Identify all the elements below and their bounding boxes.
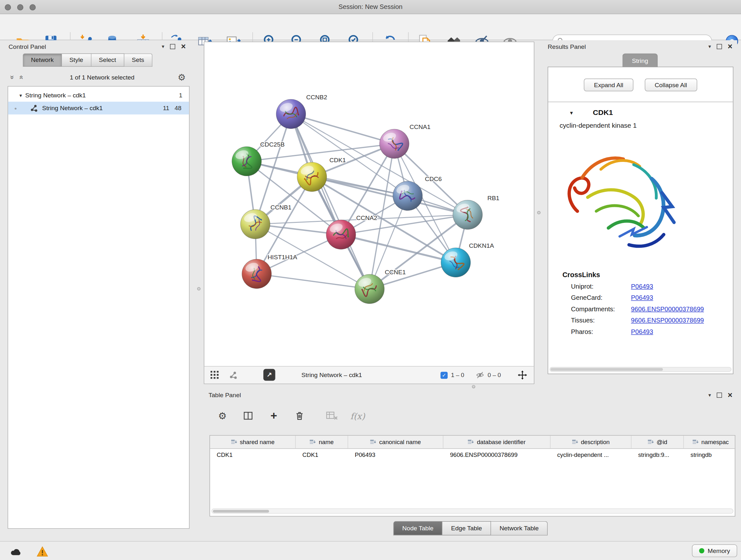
panel-close-icon[interactable]: × [181,43,186,51]
control-panel-tabs: NetworkStyleSelectSets [23,53,152,66]
node-label: CCNB2 [307,94,327,101]
network-node-cdk1[interactable]: CDK1 [297,157,346,192]
column-header-id[interactable]: @id [631,435,684,448]
tab-sets[interactable]: Sets [124,53,152,66]
tab-node-table[interactable]: Node Table [393,521,443,536]
splitter-handle[interactable] [537,211,540,214]
crosslink-value-link[interactable]: P06493 [631,328,653,335]
cloud-button[interactable] [9,545,23,558]
column-header-label: description [581,439,610,445]
crosslink-row-tissues: Tissues:9606.ENSP00000378699 [548,317,733,324]
column-header-namespac[interactable]: namespac [684,435,735,448]
hidden-counter: 0 – 0 [476,367,501,383]
table-toolbar: ⚙ + [204,402,737,429]
window-title: Session: New Session [0,0,741,14]
crosslink-value-link[interactable]: 9606.ENSP00000378699 [631,306,704,313]
crosslinks-list: Uniprot:P06493GeneCard:P06493Compartment… [548,283,733,335]
panel-close-icon[interactable]: × [728,43,732,51]
expand-all-button[interactable]: Expand All [584,78,633,91]
panel-float-icon[interactable] [170,44,175,49]
memory-button[interactable]: Memory [692,544,737,557]
network-edges [247,114,468,289]
column-sort-icon [310,439,316,445]
network-node-rb1[interactable]: RB1 [453,195,499,230]
move-crosshair-icon[interactable] [518,370,527,380]
column-header-canonical-name[interactable]: canonical name [348,435,443,448]
collapse-all-tree-icon[interactable]: « [18,72,25,82]
grid-icon[interactable] [211,371,219,379]
network-options-gear-icon[interactable]: ⚙ [178,72,186,81]
network-view-toolbar: ↗ String Network – cdk1 ✓ 1 – 0 0 – 0 [204,366,534,384]
control-panel-header: Control Panel ▾ × [4,40,191,53]
tab-network-table[interactable]: Network Table [491,521,548,536]
tree-expander-icon[interactable]: ▼ [18,93,25,98]
panel-float-icon[interactable] [717,44,722,49]
column-header-shared-name[interactable]: shared name [210,435,296,448]
main-toolbar: ? [0,14,741,40]
splitter-handle[interactable] [197,287,200,290]
tab-edge-table[interactable]: Edge Table [443,521,491,536]
open-network-in-window-button[interactable]: ↗ [263,369,275,381]
column-header-label: canonical name [379,439,421,445]
panel-menu-icon[interactable]: ▾ [709,44,711,49]
table-header-row: shared namenamecanonical namedatabase id… [210,435,735,449]
network-collection-row[interactable]: ▼ String Network – cdk1 1 [8,89,189,102]
crosslink-label: Pharos: [571,328,631,335]
show-columns-button[interactable] [242,410,254,422]
string-results-box: Expand All Collapse All ▼ CDK1 cyclin-de… [548,67,733,374]
results-horizontal-scrollbar[interactable] [549,367,731,372]
crosslink-value-link[interactable]: P06493 [631,283,653,290]
panel-float-icon[interactable] [717,392,722,397]
scrollbar-thumb[interactable] [213,509,269,512]
delete-column-button[interactable] [293,410,306,422]
table-cell: stringdb [684,452,735,458]
crosslink-label: Tissues: [571,317,631,324]
results-panel: Results Panel ▾ × String Expand All Coll… [543,40,737,376]
network-selection-row: » « 1 of 1 Network selected ⚙ [8,70,190,84]
column-header-description[interactable]: description [550,435,631,448]
crosslink-row-genecard: GeneCard:P06493 [548,294,733,301]
tab-style[interactable]: Style [62,53,91,66]
create-column-button[interactable]: + [268,410,280,422]
panel-menu-icon[interactable]: ▾ [162,44,164,49]
network-node-cdc6[interactable]: CDC6 [393,176,442,210]
network-node-ccnb2[interactable]: CCNB2 [276,94,327,129]
network-node-ccna1[interactable]: CCNA1 [380,124,430,159]
network-row-selected[interactable]: ● String Network – cdk1 11 48 [8,102,189,115]
panel-close-icon[interactable]: × [728,391,732,399]
table-options-gear-icon[interactable]: ⚙ [216,410,228,422]
column-sort-icon [648,439,654,445]
expand-all-tree-icon[interactable]: » [9,72,16,82]
collapse-all-button[interactable]: Collapse All [645,78,697,91]
selected-counter-text: 1 – 0 [451,372,464,378]
scrollbar-thumb[interactable] [550,368,663,371]
gene-section-header[interactable]: ▼ CDK1 [548,102,733,118]
column-header-label: shared name [240,439,274,445]
delete-table-button[interactable] [326,410,338,422]
tab-select[interactable]: Select [91,53,124,66]
table-row[interactable]: CDK1CDK1P064939606.ENSP00000378699cyclin… [210,449,735,461]
network-canvas[interactable]: CCNB2CCNA1CDC25BCDK1CDC6RB1CCNB1CCNA2CDK… [204,42,534,367]
column-header-database-identifier[interactable]: database identifier [443,435,550,448]
function-builder-button[interactable]: f(x) [351,410,364,422]
tab-string[interactable]: String [622,53,657,67]
network-node-cdkn1a[interactable]: CDKN1A [441,242,494,277]
network-node-hist1h1a[interactable]: HIST1H1A [242,254,297,289]
column-header-name[interactable]: name [296,435,348,448]
column-sort-icon [468,439,474,445]
warnings-button[interactable] [35,545,50,558]
birdseye-share-icon[interactable] [229,371,238,379]
title-bar: Session: New Session [0,0,741,14]
network-node-ccnb1[interactable]: CCNB1 [241,204,292,239]
table-horizontal-scrollbar[interactable] [212,509,734,514]
crosslink-value-link[interactable]: P06493 [631,294,653,301]
panel-menu-icon[interactable]: ▾ [709,392,711,397]
selected-checkbox-icon[interactable]: ✓ [441,372,448,379]
splitter-handle[interactable] [472,385,475,388]
selected-counter: ✓ 1 – 0 [441,367,464,383]
crosslink-row-uniprot: Uniprot:P06493 [548,283,733,290]
tab-network[interactable]: Network [23,53,62,66]
node-label: CCNA2 [356,214,377,221]
table-panel-header: Table Panel ▾ × [204,389,737,401]
crosslink-value-link[interactable]: 9606.ENSP00000378699 [631,317,704,324]
